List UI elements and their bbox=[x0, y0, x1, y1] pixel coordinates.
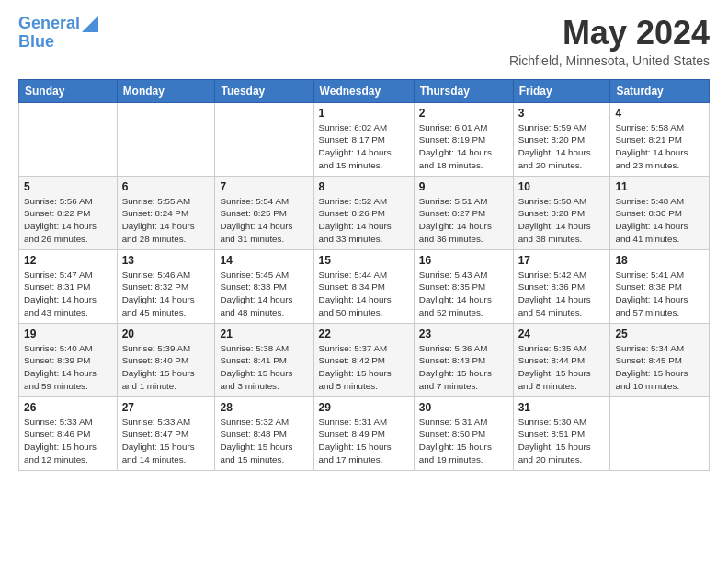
day-info: Sunrise: 6:02 AM Sunset: 8:17 PM Dayligh… bbox=[319, 121, 409, 172]
calendar-week-row: 5Sunrise: 5:56 AM Sunset: 8:22 PM Daylig… bbox=[19, 176, 710, 249]
day-info: Sunrise: 5:37 AM Sunset: 8:42 PM Dayligh… bbox=[319, 342, 409, 393]
header: General Blue May 2024 Richfield, Minneso… bbox=[18, 15, 710, 68]
day-number: 2 bbox=[419, 107, 508, 120]
day-number: 19 bbox=[24, 327, 112, 340]
day-info: Sunrise: 5:31 AM Sunset: 8:49 PM Dayligh… bbox=[319, 416, 409, 466]
month-title: May 2024 bbox=[509, 15, 710, 52]
table-row: 7Sunrise: 5:54 AM Sunset: 8:25 PM Daylig… bbox=[215, 176, 313, 249]
logo-text-general: General bbox=[18, 15, 80, 33]
table-row: 19Sunrise: 5:40 AM Sunset: 8:39 PM Dayli… bbox=[19, 323, 118, 396]
day-number: 16 bbox=[419, 254, 508, 267]
day-info: Sunrise: 5:47 AM Sunset: 8:31 PM Dayligh… bbox=[24, 269, 112, 319]
table-row: 21Sunrise: 5:38 AM Sunset: 8:41 PM Dayli… bbox=[215, 323, 313, 396]
day-info: Sunrise: 5:31 AM Sunset: 8:50 PM Dayligh… bbox=[419, 416, 508, 466]
col-tuesday: Tuesday bbox=[215, 79, 313, 102]
day-number: 12 bbox=[24, 254, 112, 267]
day-info: Sunrise: 5:41 AM Sunset: 8:38 PM Dayligh… bbox=[615, 269, 704, 319]
table-row: 18Sunrise: 5:41 AM Sunset: 8:38 PM Dayli… bbox=[610, 249, 710, 323]
table-row: 22Sunrise: 5:37 AM Sunset: 8:42 PM Dayli… bbox=[313, 323, 414, 396]
col-wednesday: Wednesday bbox=[313, 79, 414, 102]
day-number: 28 bbox=[220, 401, 308, 414]
day-number: 24 bbox=[518, 327, 606, 340]
day-number: 31 bbox=[518, 401, 606, 414]
table-row: 13Sunrise: 5:46 AM Sunset: 8:32 PM Dayli… bbox=[117, 249, 215, 323]
day-number: 15 bbox=[319, 254, 409, 267]
table-row bbox=[117, 102, 215, 176]
table-row: 6Sunrise: 5:55 AM Sunset: 8:24 PM Daylig… bbox=[117, 176, 215, 249]
day-info: Sunrise: 5:55 AM Sunset: 8:24 PM Dayligh… bbox=[122, 195, 210, 246]
day-info: Sunrise: 5:44 AM Sunset: 8:34 PM Dayligh… bbox=[319, 269, 409, 319]
day-number: 30 bbox=[419, 401, 508, 414]
table-row: 10Sunrise: 5:50 AM Sunset: 8:28 PM Dayli… bbox=[513, 176, 610, 249]
col-saturday: Saturday bbox=[610, 79, 710, 102]
table-row bbox=[610, 396, 710, 470]
calendar-week-row: 26Sunrise: 5:33 AM Sunset: 8:46 PM Dayli… bbox=[19, 396, 710, 470]
table-row: 24Sunrise: 5:35 AM Sunset: 8:44 PM Dayli… bbox=[513, 323, 610, 396]
table-row: 16Sunrise: 5:43 AM Sunset: 8:35 PM Dayli… bbox=[414, 249, 513, 323]
day-number: 29 bbox=[319, 401, 409, 414]
day-number: 4 bbox=[615, 107, 704, 120]
calendar-week-row: 12Sunrise: 5:47 AM Sunset: 8:31 PM Dayli… bbox=[19, 249, 710, 323]
day-info: Sunrise: 5:54 AM Sunset: 8:25 PM Dayligh… bbox=[220, 195, 308, 246]
table-row: 11Sunrise: 5:48 AM Sunset: 8:30 PM Dayli… bbox=[610, 176, 710, 249]
day-number: 5 bbox=[24, 180, 112, 193]
day-number: 27 bbox=[122, 401, 210, 414]
day-info: Sunrise: 5:38 AM Sunset: 8:41 PM Dayligh… bbox=[220, 342, 308, 393]
calendar-header-row: Sunday Monday Tuesday Wednesday Thursday… bbox=[19, 79, 710, 102]
day-number: 1 bbox=[319, 107, 409, 120]
day-info: Sunrise: 5:45 AM Sunset: 8:33 PM Dayligh… bbox=[220, 269, 308, 319]
day-info: Sunrise: 5:33 AM Sunset: 8:46 PM Dayligh… bbox=[24, 416, 112, 466]
calendar-week-row: 19Sunrise: 5:40 AM Sunset: 8:39 PM Dayli… bbox=[19, 323, 710, 396]
day-info: Sunrise: 5:56 AM Sunset: 8:22 PM Dayligh… bbox=[24, 195, 112, 246]
day-info: Sunrise: 5:51 AM Sunset: 8:27 PM Dayligh… bbox=[419, 195, 508, 246]
table-row: 15Sunrise: 5:44 AM Sunset: 8:34 PM Dayli… bbox=[313, 249, 414, 323]
day-info: Sunrise: 5:33 AM Sunset: 8:47 PM Dayligh… bbox=[122, 416, 210, 466]
day-number: 18 bbox=[615, 254, 704, 267]
page: General Blue May 2024 Richfield, Minneso… bbox=[0, 0, 728, 480]
table-row: 2Sunrise: 6:01 AM Sunset: 8:19 PM Daylig… bbox=[414, 102, 513, 176]
day-number: 13 bbox=[122, 254, 210, 267]
table-row: 27Sunrise: 5:33 AM Sunset: 8:47 PM Dayli… bbox=[117, 396, 215, 470]
day-number: 7 bbox=[220, 180, 308, 193]
table-row: 4Sunrise: 5:58 AM Sunset: 8:21 PM Daylig… bbox=[610, 102, 710, 176]
day-info: Sunrise: 5:36 AM Sunset: 8:43 PM Dayligh… bbox=[419, 342, 508, 393]
table-row: 26Sunrise: 5:33 AM Sunset: 8:46 PM Dayli… bbox=[19, 396, 118, 470]
day-info: Sunrise: 5:59 AM Sunset: 8:20 PM Dayligh… bbox=[518, 121, 606, 172]
svg-marker-0 bbox=[82, 16, 98, 32]
col-monday: Monday bbox=[117, 79, 215, 102]
location: Richfield, Minnesota, United States bbox=[509, 53, 710, 68]
table-row: 25Sunrise: 5:34 AM Sunset: 8:45 PM Dayli… bbox=[610, 323, 710, 396]
table-row: 3Sunrise: 5:59 AM Sunset: 8:20 PM Daylig… bbox=[513, 102, 610, 176]
day-info: Sunrise: 5:39 AM Sunset: 8:40 PM Dayligh… bbox=[122, 342, 210, 393]
day-info: Sunrise: 5:43 AM Sunset: 8:35 PM Dayligh… bbox=[419, 269, 508, 319]
table-row: 23Sunrise: 5:36 AM Sunset: 8:43 PM Dayli… bbox=[414, 323, 513, 396]
day-info: Sunrise: 5:35 AM Sunset: 8:44 PM Dayligh… bbox=[518, 342, 606, 393]
table-row: 31Sunrise: 5:30 AM Sunset: 8:51 PM Dayli… bbox=[513, 396, 610, 470]
day-number: 8 bbox=[319, 180, 409, 193]
day-info: Sunrise: 5:48 AM Sunset: 8:30 PM Dayligh… bbox=[615, 195, 704, 246]
day-number: 23 bbox=[419, 327, 508, 340]
table-row: 5Sunrise: 5:56 AM Sunset: 8:22 PM Daylig… bbox=[19, 176, 118, 249]
table-row: 30Sunrise: 5:31 AM Sunset: 8:50 PM Dayli… bbox=[414, 396, 513, 470]
calendar-week-row: 1Sunrise: 6:02 AM Sunset: 8:17 PM Daylig… bbox=[19, 102, 710, 176]
day-info: Sunrise: 5:42 AM Sunset: 8:36 PM Dayligh… bbox=[518, 269, 606, 319]
day-number: 3 bbox=[518, 107, 606, 120]
logo-text-blue: Blue bbox=[18, 33, 54, 52]
day-number: 21 bbox=[220, 327, 308, 340]
table-row: 9Sunrise: 5:51 AM Sunset: 8:27 PM Daylig… bbox=[414, 176, 513, 249]
day-number: 26 bbox=[24, 401, 112, 414]
day-number: 22 bbox=[319, 327, 409, 340]
title-area: May 2024 Richfield, Minnesota, United St… bbox=[509, 15, 710, 68]
table-row: 8Sunrise: 5:52 AM Sunset: 8:26 PM Daylig… bbox=[313, 176, 414, 249]
day-info: Sunrise: 5:46 AM Sunset: 8:32 PM Dayligh… bbox=[122, 269, 210, 319]
day-number: 10 bbox=[518, 180, 606, 193]
table-row bbox=[215, 102, 313, 176]
day-info: Sunrise: 5:52 AM Sunset: 8:26 PM Dayligh… bbox=[319, 195, 409, 246]
table-row: 12Sunrise: 5:47 AM Sunset: 8:31 PM Dayli… bbox=[19, 249, 118, 323]
calendar-table: Sunday Monday Tuesday Wednesday Thursday… bbox=[18, 79, 710, 471]
col-thursday: Thursday bbox=[414, 79, 513, 102]
table-row: 20Sunrise: 5:39 AM Sunset: 8:40 PM Dayli… bbox=[117, 323, 215, 396]
day-info: Sunrise: 5:32 AM Sunset: 8:48 PM Dayligh… bbox=[220, 416, 308, 466]
day-number: 25 bbox=[615, 327, 704, 340]
day-number: 11 bbox=[615, 180, 704, 193]
